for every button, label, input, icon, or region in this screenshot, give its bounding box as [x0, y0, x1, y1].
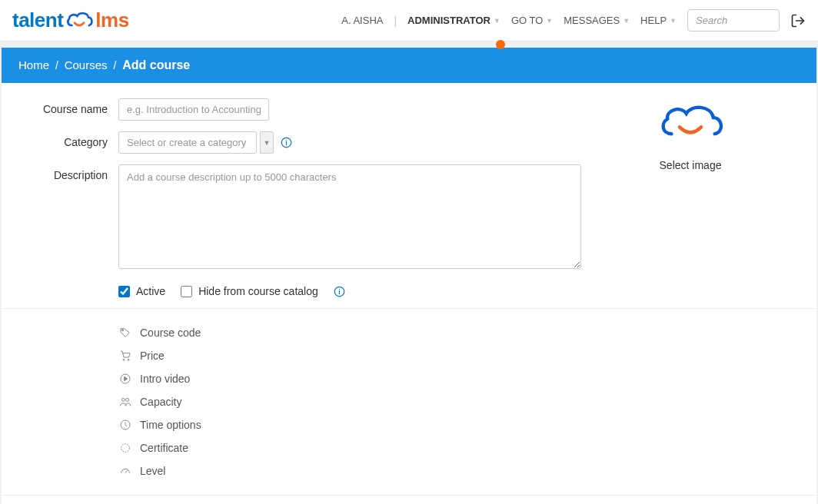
option-label: Course code	[140, 327, 201, 339]
play-icon	[118, 372, 132, 386]
checkbox-row: Active Hide from course catalog i	[118, 285, 804, 297]
category-select[interactable]: Select or create a category	[118, 131, 257, 154]
label-category: Category	[14, 131, 118, 148]
option-time-options[interactable]: Time options	[118, 413, 804, 436]
info-icon[interactable]: i	[334, 285, 346, 297]
option-price[interactable]: Price	[118, 344, 804, 367]
search-input[interactable]	[687, 9, 780, 32]
info-icon[interactable]: i	[280, 137, 292, 149]
nav-separator: |	[394, 15, 397, 27]
additional-options: Course code Price Intro video Capacity	[118, 309, 804, 482]
main-content: Course name Category Select or create a …	[2, 83, 816, 504]
svg-point-5	[122, 330, 124, 331]
select-image-panel[interactable]: Select image	[657, 101, 724, 171]
cart-icon	[118, 349, 132, 363]
option-label: Level	[140, 465, 165, 477]
nav-help-dropdown[interactable]: HELP ▼	[640, 15, 677, 26]
option-label: Capacity	[140, 396, 181, 408]
select-image-caption: Select image	[657, 159, 724, 171]
svg-point-7	[128, 359, 129, 360]
cloud-icon	[65, 11, 94, 31]
hide-catalog-label[interactable]: Hide from course catalog	[198, 285, 318, 297]
svg-text:i: i	[339, 287, 341, 295]
nav-messages-dropdown[interactable]: MESSAGES ▼	[564, 15, 630, 26]
row-description: Description	[14, 164, 804, 271]
nav-help-label: HELP	[640, 15, 667, 26]
breadcrumb-courses[interactable]: Courses	[65, 58, 108, 71]
option-capacity[interactable]: Capacity	[118, 390, 804, 413]
svg-point-12	[121, 444, 130, 453]
label-description: Description	[14, 164, 118, 181]
cloud-placeholder-icon	[657, 101, 724, 146]
notification-dot-icon	[496, 40, 505, 49]
logo-text-lms: lms	[95, 8, 128, 32]
svg-point-6	[123, 359, 125, 360]
option-course-code[interactable]: Course code	[118, 321, 804, 344]
chevron-down-icon: ▼	[494, 17, 500, 25]
breadcrumb: Home / Courses / Add course	[2, 48, 816, 83]
option-label: Intro video	[140, 373, 190, 385]
nav-goto-dropdown[interactable]: GO TO ▼	[511, 15, 553, 26]
option-label: Certificate	[140, 442, 188, 454]
breadcrumb-separator: /	[55, 59, 58, 71]
logout-icon[interactable]	[790, 13, 806, 28]
option-label: Time options	[140, 419, 201, 431]
label-course-name: Course name	[14, 98, 118, 115]
active-checkbox[interactable]	[118, 286, 130, 297]
chevron-down-icon: ▼	[623, 17, 630, 25]
clock-icon	[118, 418, 132, 432]
logo-text-talent: talent	[12, 8, 63, 32]
active-label[interactable]: Active	[136, 285, 165, 297]
course-name-input[interactable]	[118, 98, 269, 121]
page-body: Home / Courses / Add course Course name …	[0, 41, 818, 504]
tag-icon	[118, 326, 132, 340]
option-certificate[interactable]: Certificate	[118, 436, 804, 459]
category-select-toggle[interactable]: ▼	[260, 131, 274, 154]
people-icon	[118, 395, 132, 409]
nav-messages-label: MESSAGES	[564, 15, 620, 26]
option-level[interactable]: Level	[118, 459, 804, 482]
breadcrumb-separator: /	[113, 59, 116, 71]
certificate-icon	[118, 441, 132, 455]
option-label: Price	[140, 350, 165, 362]
breadcrumb-home[interactable]: Home	[18, 58, 49, 71]
gauge-icon	[118, 464, 132, 478]
svg-point-9	[121, 398, 125, 401]
chevron-down-icon: ▼	[670, 17, 677, 25]
chevron-down-icon: ▼	[546, 17, 553, 25]
logo[interactable]: talent lms	[12, 8, 129, 32]
description-textarea[interactable]	[118, 164, 581, 269]
top-header: talent lms A. AISHA | ADMINISTRATOR ▼ GO…	[0, 0, 818, 41]
svg-text:i: i	[285, 139, 287, 147]
header-nav: A. AISHA | ADMINISTRATOR ▼ GO TO ▼ MESSA…	[341, 9, 806, 32]
divider	[2, 495, 816, 496]
nav-goto-label: GO TO	[511, 15, 543, 26]
svg-point-10	[126, 398, 129, 401]
breadcrumb-current: Add course	[122, 58, 190, 71]
hide-catalog-checkbox[interactable]	[181, 286, 192, 297]
nav-admin-label: ADMINISTRATOR	[407, 15, 490, 26]
nav-admin-dropdown[interactable]: ADMINISTRATOR ▼	[407, 15, 500, 26]
nav-user[interactable]: A. AISHA	[341, 15, 383, 26]
option-intro-video[interactable]: Intro video	[118, 367, 804, 390]
